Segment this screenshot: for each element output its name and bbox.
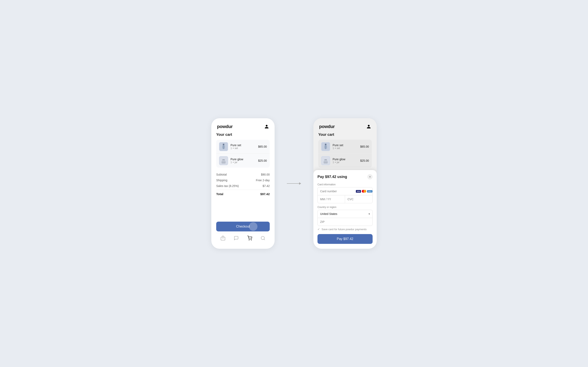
mastercard-icon xyxy=(362,190,366,193)
modal-title: Pay $97.42 using xyxy=(318,175,347,179)
total-label: Total xyxy=(216,192,223,196)
card-number-input[interactable] xyxy=(320,190,356,193)
left-cart-item-1: Pure glow 1 × jar $25.00 xyxy=(216,154,270,167)
modal-close-button[interactable]: × xyxy=(367,174,373,179)
svg-point-11 xyxy=(251,240,251,240)
modal-header: Pay $97.42 using × xyxy=(318,174,373,179)
shipping-row: Shipping Free 2-day xyxy=(216,177,270,183)
tax-row: Sales tax (8.25%) $7.42 xyxy=(216,183,270,189)
tax-label: Sales tax (8.25%) xyxy=(216,184,239,188)
cvc-input[interactable] xyxy=(345,195,373,203)
scene: powdur Your cart xyxy=(211,118,377,249)
cvc-row xyxy=(345,195,372,203)
ripple-effect xyxy=(249,222,258,231)
arrow-line xyxy=(287,183,299,184)
country-section-label: Country or region xyxy=(318,206,373,209)
save-card-row: ✓ Save card for future powdur payments xyxy=(318,227,373,231)
visa-icon: VISA xyxy=(356,190,361,193)
tax-value: $7.42 xyxy=(263,184,270,188)
pay-button[interactable]: Pay $97.42 xyxy=(318,234,373,244)
left-user-icon xyxy=(264,124,269,129)
left-item-name-1: Pure glow xyxy=(231,158,256,161)
left-item-qty-0: 1 × set xyxy=(231,147,256,150)
nav-cart-icon[interactable] xyxy=(247,236,252,241)
left-item-qty-1: 1 × jar xyxy=(231,161,256,164)
nav-search-icon[interactable] xyxy=(260,236,265,241)
country-select[interactable]: United States ▾ xyxy=(318,210,372,218)
left-phone: powdur Your cart xyxy=(211,118,275,249)
modal-overlay: Pay $97.42 using × Card information VISA xyxy=(313,118,377,249)
left-logo: powdur xyxy=(217,124,233,129)
subtotal-label: Subtotal xyxy=(216,173,227,176)
left-cart-items: Pure set 1 × set $65.00 xyxy=(216,140,270,167)
country-select-group: United States ▾ xyxy=(318,210,373,226)
total-value: $97.42 xyxy=(260,192,270,196)
left-phone-content: Your cart Pure set 1 × set xyxy=(211,133,275,218)
left-item-price-1: $25.00 xyxy=(258,159,267,162)
svg-point-12 xyxy=(261,236,264,240)
payment-modal: Pay $97.42 using × Card information VISA xyxy=(313,170,377,249)
chevron-down-icon: ▾ xyxy=(369,212,370,216)
svg-point-10 xyxy=(249,240,249,240)
left-order-summary: Subtotal $90.00 Shipping Free 2-day Sale… xyxy=(216,172,270,197)
left-item-details-1: Pure glow 1 × jar xyxy=(231,158,256,164)
card-bottom-row xyxy=(318,195,372,203)
amex-icon: AMEX xyxy=(367,190,372,192)
left-phone-footer: Checkout xyxy=(211,218,275,249)
left-cart-item-0: Pure set 1 × set $65.00 xyxy=(216,140,270,154)
arrow-head xyxy=(299,182,301,185)
svg-rect-8 xyxy=(221,237,225,240)
svg-rect-2 xyxy=(223,144,224,145)
expiry-input[interactable] xyxy=(318,195,345,203)
checkout-button[interactable]: Checkout xyxy=(216,222,270,231)
subtotal-row: Subtotal $90.00 xyxy=(216,172,270,177)
zip-input[interactable] xyxy=(318,218,372,226)
left-cart-title: Your cart xyxy=(216,133,270,137)
save-card-label: Save card for future powdur payments xyxy=(321,228,366,231)
card-input-group: VISA AMEX JCB xyxy=(318,187,373,203)
card-brand-icons: VISA AMEX JCB xyxy=(356,190,373,193)
shipping-value: Free 2-day xyxy=(256,179,270,182)
left-item-name-0: Pure set xyxy=(231,143,256,147)
card-number-row: VISA AMEX JCB xyxy=(318,187,372,195)
svg-rect-7 xyxy=(222,159,225,160)
nav-chat-icon[interactable] xyxy=(234,236,239,241)
total-row: Total $97.42 xyxy=(216,190,270,197)
shipping-label: Shipping xyxy=(216,179,227,182)
left-item-price-0: $65.00 xyxy=(258,145,267,148)
right-phone: powdur Your cart xyxy=(313,118,377,249)
country-value: United States xyxy=(320,212,369,216)
nav-store-icon[interactable] xyxy=(221,236,225,241)
save-card-check-icon: ✓ xyxy=(318,227,320,231)
left-item-details-0: Pure set 1 × set xyxy=(231,143,256,150)
svg-rect-3 xyxy=(222,145,225,149)
left-item-image-0 xyxy=(219,142,228,151)
card-section-label: Card information xyxy=(318,183,373,186)
subtotal-value: $90.00 xyxy=(261,173,270,176)
flow-arrow xyxy=(287,182,301,185)
left-phone-header: powdur xyxy=(211,118,275,133)
left-item-image-1 xyxy=(219,156,228,165)
nav-bar xyxy=(216,233,270,244)
